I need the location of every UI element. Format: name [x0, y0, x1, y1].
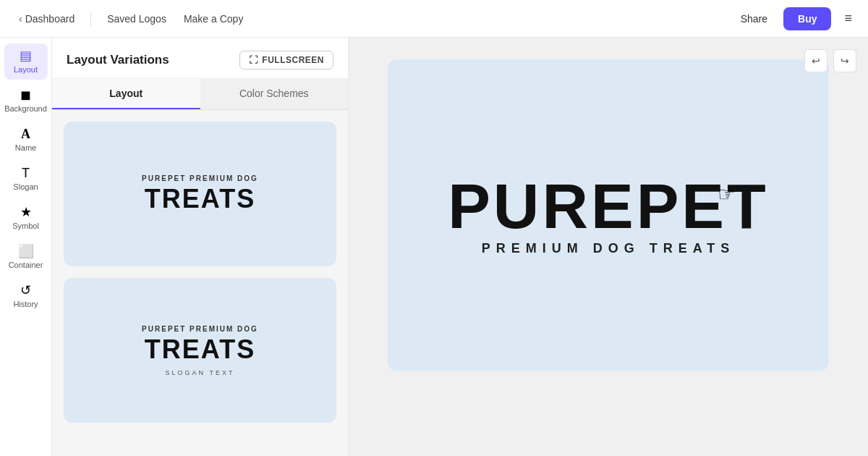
sidebar-item-background[interactable]: ◼ Background	[4, 83, 48, 119]
sidebar-item-name[interactable]: A Name	[4, 122, 48, 158]
panel-content: PUREPET PREMIUM DOG TREATS PUREPET PREMI…	[52, 110, 348, 456]
canvas-sub-text: PREMIUM DOG TREATS	[482, 241, 736, 256]
canvas-logo: PUREPET PREMIUM DOG TREATS	[448, 174, 769, 256]
redo-icon: ↪	[841, 55, 849, 67]
canvas-area: ↩ ↪ PUREPET PREMIUM DOG TREATS ☞	[349, 38, 868, 456]
redo-button[interactable]: ↪	[833, 49, 856, 72]
make-copy-link[interactable]: Make a Copy	[176, 9, 250, 29]
fullscreen-button[interactable]: ⛶ FULLSCREEN	[239, 51, 333, 69]
sidebar-label-slogan: Slogan	[13, 182, 38, 191]
fullscreen-label: FULLSCREEN	[262, 55, 324, 65]
card1-small-text: PUREPET PREMIUM DOG	[142, 174, 258, 182]
sidebar-item-history[interactable]: ↺ History	[4, 278, 48, 314]
sidebar-item-slogan[interactable]: T Slogan	[4, 161, 48, 197]
history-icon: ↺	[20, 284, 31, 297]
panel-header: Layout Variations ⛶ FULLSCREEN	[52, 38, 348, 79]
back-label: Dashboard	[25, 13, 75, 25]
card2-slogan-text: SLOGAN TEXT	[166, 369, 235, 376]
topbar-right: Share Buy ≡	[733, 7, 856, 30]
sidebar-label-name: Name	[15, 143, 36, 152]
sidebar-label-history: History	[13, 300, 38, 308]
sidebar-item-symbol[interactable]: ★ Symbol	[4, 200, 48, 236]
layout-icon: ▤	[20, 49, 32, 62]
undo-button[interactable]: ↩	[804, 49, 827, 72]
topbar: ‹ Dashboard Saved Logos Make a Copy Shar…	[0, 0, 868, 38]
canvas-toolbar: ↩ ↪	[804, 49, 856, 72]
logo-card-2-inner: PUREPET PREMIUM DOG TREATS SLOGAN TEXT	[142, 325, 258, 376]
sidebar-label-layout: Layout	[14, 65, 38, 74]
buy-button[interactable]: Buy	[783, 7, 831, 30]
topbar-left: ‹ Dashboard Saved Logos Make a Copy	[12, 9, 733, 29]
sidebar-item-layout[interactable]: ▤ Layout	[4, 43, 48, 80]
main-area: ▤ Layout ◼ Background A Name T Slogan ★ …	[0, 38, 868, 456]
canvas-main-text: PUREPET	[448, 174, 769, 238]
undo-icon: ↩	[812, 55, 820, 67]
logo-card-1-inner: PUREPET PREMIUM DOG TREATS	[142, 174, 258, 214]
logo-card-1[interactable]: PUREPET PREMIUM DOG TREATS	[64, 122, 336, 266]
tab-color-schemes[interactable]: Color Schemes	[200, 79, 349, 109]
background-icon: ◼	[20, 88, 31, 101]
back-button[interactable]: ‹ Dashboard	[12, 9, 82, 29]
card2-small-text: PUREPET PREMIUM DOG	[142, 325, 258, 333]
card2-big-text: TREATS	[145, 334, 255, 365]
sidebar: ▤ Layout ◼ Background A Name T Slogan ★ …	[0, 38, 52, 456]
chevron-left-icon: ‹	[19, 13, 22, 25]
share-button[interactable]: Share	[733, 9, 775, 29]
card1-big-text: TREATS	[145, 184, 255, 214]
name-icon: A	[21, 127, 30, 140]
sidebar-label-container: Container	[9, 261, 43, 269]
tab-layout[interactable]: Layout	[52, 79, 200, 109]
logo-card-2[interactable]: PUREPET PREMIUM DOG TREATS SLOGAN TEXT	[64, 278, 336, 423]
symbol-icon: ★	[20, 206, 32, 219]
saved-logos-link[interactable]: Saved Logos	[100, 9, 174, 29]
sidebar-label-background: Background	[4, 104, 47, 113]
panel-tabs: Layout Color Schemes	[52, 79, 348, 110]
layout-panel: Layout Variations ⛶ FULLSCREEN Layout Co…	[52, 38, 349, 456]
menu-button[interactable]: ≡	[840, 7, 856, 30]
sidebar-item-container[interactable]: ⬜ Container	[4, 239, 48, 275]
container-icon: ⬜	[18, 245, 34, 258]
panel-title: Layout Variations	[67, 53, 169, 67]
slogan-icon: T	[22, 166, 30, 180]
sidebar-label-symbol: Symbol	[12, 221, 39, 230]
canvas-preview[interactable]: PUREPET PREMIUM DOG TREATS	[388, 59, 829, 371]
nav-divider	[90, 12, 91, 26]
fullscreen-icon: ⛶	[249, 55, 258, 65]
